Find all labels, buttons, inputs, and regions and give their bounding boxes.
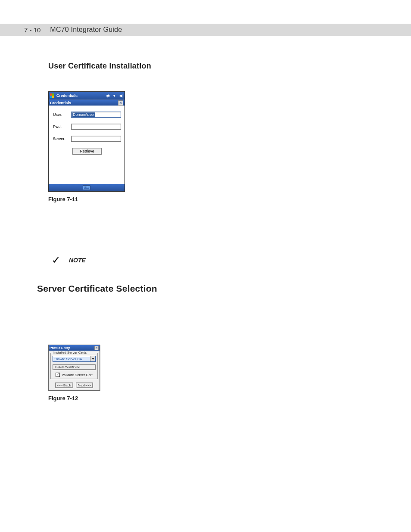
validate-server-cert-label: Validate Server Cert (62, 373, 92, 377)
checkmark-icon: ✓ (52, 254, 60, 266)
validate-server-cert-checkbox[interactable]: ✓ (56, 373, 60, 377)
volume-icon: ◀ (118, 93, 123, 98)
server-cert-combo[interactable]: Thawte Server CA (53, 356, 96, 362)
profile-entry-titlebar: Profile Entry × (49, 345, 100, 351)
chevron-down-icon[interactable] (90, 356, 95, 361)
soft-key-bar (49, 184, 125, 191)
credentials-titlebar: Credentials ⇄ ▾ ◀ (49, 92, 125, 100)
profile-entry-title-text: Profile Entry (50, 346, 70, 350)
guide-title: MC70 Integrator Guide (50, 26, 122, 34)
connectivity-icon: ⇄ (106, 93, 110, 98)
close-icon[interactable]: × (118, 100, 123, 106)
next-button[interactable]: Next>>> (76, 383, 93, 388)
credentials-screen: Credentials ⇄ ▾ ◀ Credentials × User: Do… (48, 91, 125, 192)
profile-entry-dialog: Profile Entry × Installed Server Certs T… (48, 345, 100, 391)
figure-7-12-caption: Figure 7-12 (48, 395, 411, 401)
wizard-nav: <<<Back Next>>> (49, 381, 100, 390)
page-header-bar: 7 - 10 MC70 Integrator Guide (0, 24, 411, 36)
server-cert-selected: Thawte Server CA (53, 357, 90, 361)
retrieve-button[interactable]: Retrieve (72, 148, 102, 155)
pwd-field[interactable] (71, 124, 121, 130)
server-label: Server: (53, 137, 71, 141)
user-field[interactable]: Domain\user (71, 112, 121, 118)
user-label: User: (53, 112, 71, 117)
credentials-subtitlebar: Credentials × (49, 100, 125, 106)
close-icon[interactable]: × (94, 346, 99, 350)
section-heading-user-cert: User Certificate Installation (48, 62, 411, 71)
installed-server-certs-frame: Installed Server Certs Thawte Server CA … (50, 353, 98, 379)
credentials-title-text: Credentials (56, 93, 78, 98)
back-button[interactable]: <<<Back (55, 383, 73, 388)
signal-icon: ▾ (112, 93, 117, 98)
page-number: 7 - 10 (24, 26, 40, 34)
windows-flag-icon (50, 93, 55, 98)
frame-legend: Installed Server Certs (53, 351, 87, 355)
install-certificate-button[interactable]: Install Certificate (53, 364, 96, 370)
note-callout: ✓ NOTE (52, 254, 411, 266)
section-heading-server-cert: Server Certificate Selection (37, 283, 411, 294)
credentials-subtitle-text: Credentials (50, 101, 71, 105)
pwd-label: Pwd: (53, 124, 71, 129)
validate-server-cert-row: ✓ Validate Server Cert (53, 373, 96, 377)
server-field[interactable] (71, 136, 121, 142)
note-label: NOTE (69, 257, 86, 264)
figure-7-11-caption: Figure 7-11 (48, 196, 411, 202)
keyboard-icon[interactable] (83, 185, 90, 190)
user-value: Domain\user (72, 112, 95, 117)
